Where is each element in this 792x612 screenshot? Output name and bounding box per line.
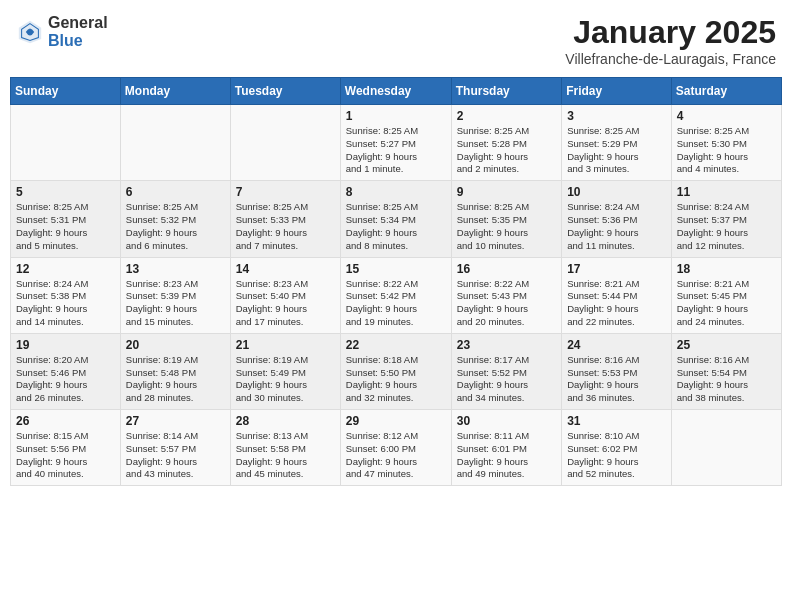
calendar-cell: 30Sunrise: 8:11 AM Sunset: 6:01 PM Dayli…	[451, 410, 561, 486]
calendar-header-thursday: Thursday	[451, 78, 561, 105]
day-info: Sunrise: 8:25 AM Sunset: 5:27 PM Dayligh…	[346, 125, 446, 176]
calendar-cell	[230, 105, 340, 181]
calendar-cell: 17Sunrise: 8:21 AM Sunset: 5:44 PM Dayli…	[562, 257, 672, 333]
calendar-cell: 15Sunrise: 8:22 AM Sunset: 5:42 PM Dayli…	[340, 257, 451, 333]
calendar-cell: 11Sunrise: 8:24 AM Sunset: 5:37 PM Dayli…	[671, 181, 781, 257]
day-info: Sunrise: 8:13 AM Sunset: 5:58 PM Dayligh…	[236, 430, 335, 481]
day-number: 9	[457, 185, 556, 199]
calendar-cell: 26Sunrise: 8:15 AM Sunset: 5:56 PM Dayli…	[11, 410, 121, 486]
calendar-cell: 14Sunrise: 8:23 AM Sunset: 5:40 PM Dayli…	[230, 257, 340, 333]
calendar-cell: 1Sunrise: 8:25 AM Sunset: 5:27 PM Daylig…	[340, 105, 451, 181]
day-number: 8	[346, 185, 446, 199]
calendar-cell	[120, 105, 230, 181]
day-info: Sunrise: 8:23 AM Sunset: 5:40 PM Dayligh…	[236, 278, 335, 329]
day-number: 24	[567, 338, 666, 352]
calendar-cell: 7Sunrise: 8:25 AM Sunset: 5:33 PM Daylig…	[230, 181, 340, 257]
day-info: Sunrise: 8:23 AM Sunset: 5:39 PM Dayligh…	[126, 278, 225, 329]
calendar-cell: 23Sunrise: 8:17 AM Sunset: 5:52 PM Dayli…	[451, 333, 561, 409]
calendar-week-row: 26Sunrise: 8:15 AM Sunset: 5:56 PM Dayli…	[11, 410, 782, 486]
calendar-week-row: 12Sunrise: 8:24 AM Sunset: 5:38 PM Dayli…	[11, 257, 782, 333]
day-number: 26	[16, 414, 115, 428]
calendar-cell: 4Sunrise: 8:25 AM Sunset: 5:30 PM Daylig…	[671, 105, 781, 181]
main-title: January 2025	[565, 14, 776, 51]
day-info: Sunrise: 8:11 AM Sunset: 6:01 PM Dayligh…	[457, 430, 556, 481]
day-number: 1	[346, 109, 446, 123]
day-info: Sunrise: 8:10 AM Sunset: 6:02 PM Dayligh…	[567, 430, 666, 481]
calendar-cell: 13Sunrise: 8:23 AM Sunset: 5:39 PM Dayli…	[120, 257, 230, 333]
calendar-cell: 9Sunrise: 8:25 AM Sunset: 5:35 PM Daylig…	[451, 181, 561, 257]
calendar-header-saturday: Saturday	[671, 78, 781, 105]
day-info: Sunrise: 8:16 AM Sunset: 5:54 PM Dayligh…	[677, 354, 776, 405]
day-info: Sunrise: 8:18 AM Sunset: 5:50 PM Dayligh…	[346, 354, 446, 405]
day-info: Sunrise: 8:25 AM Sunset: 5:31 PM Dayligh…	[16, 201, 115, 252]
calendar-cell: 31Sunrise: 8:10 AM Sunset: 6:02 PM Dayli…	[562, 410, 672, 486]
calendar-cell	[11, 105, 121, 181]
calendar-cell: 25Sunrise: 8:16 AM Sunset: 5:54 PM Dayli…	[671, 333, 781, 409]
day-info: Sunrise: 8:24 AM Sunset: 5:38 PM Dayligh…	[16, 278, 115, 329]
day-info: Sunrise: 8:12 AM Sunset: 6:00 PM Dayligh…	[346, 430, 446, 481]
calendar-cell: 10Sunrise: 8:24 AM Sunset: 5:36 PM Dayli…	[562, 181, 672, 257]
day-number: 31	[567, 414, 666, 428]
logo-blue-text: Blue	[48, 32, 108, 50]
day-info: Sunrise: 8:14 AM Sunset: 5:57 PM Dayligh…	[126, 430, 225, 481]
day-number: 30	[457, 414, 556, 428]
day-info: Sunrise: 8:25 AM Sunset: 5:34 PM Dayligh…	[346, 201, 446, 252]
day-number: 10	[567, 185, 666, 199]
day-number: 23	[457, 338, 556, 352]
day-number: 29	[346, 414, 446, 428]
day-info: Sunrise: 8:19 AM Sunset: 5:49 PM Dayligh…	[236, 354, 335, 405]
day-number: 17	[567, 262, 666, 276]
day-number: 20	[126, 338, 225, 352]
day-number: 27	[126, 414, 225, 428]
title-block: January 2025 Villefranche-de-Lauragais, …	[565, 14, 776, 67]
calendar-cell: 3Sunrise: 8:25 AM Sunset: 5:29 PM Daylig…	[562, 105, 672, 181]
calendar-header-wednesday: Wednesday	[340, 78, 451, 105]
day-number: 15	[346, 262, 446, 276]
calendar-header-tuesday: Tuesday	[230, 78, 340, 105]
page-header: General Blue January 2025 Villefranche-d…	[10, 10, 782, 71]
day-number: 7	[236, 185, 335, 199]
calendar-cell: 21Sunrise: 8:19 AM Sunset: 5:49 PM Dayli…	[230, 333, 340, 409]
calendar-cell: 2Sunrise: 8:25 AM Sunset: 5:28 PM Daylig…	[451, 105, 561, 181]
calendar-cell: 28Sunrise: 8:13 AM Sunset: 5:58 PM Dayli…	[230, 410, 340, 486]
day-number: 3	[567, 109, 666, 123]
day-number: 13	[126, 262, 225, 276]
day-info: Sunrise: 8:25 AM Sunset: 5:33 PM Dayligh…	[236, 201, 335, 252]
day-number: 6	[126, 185, 225, 199]
day-info: Sunrise: 8:24 AM Sunset: 5:37 PM Dayligh…	[677, 201, 776, 252]
day-info: Sunrise: 8:25 AM Sunset: 5:29 PM Dayligh…	[567, 125, 666, 176]
day-number: 12	[16, 262, 115, 276]
calendar-cell	[671, 410, 781, 486]
calendar-cell: 18Sunrise: 8:21 AM Sunset: 5:45 PM Dayli…	[671, 257, 781, 333]
calendar-week-row: 19Sunrise: 8:20 AM Sunset: 5:46 PM Dayli…	[11, 333, 782, 409]
calendar-week-row: 5Sunrise: 8:25 AM Sunset: 5:31 PM Daylig…	[11, 181, 782, 257]
calendar-cell: 19Sunrise: 8:20 AM Sunset: 5:46 PM Dayli…	[11, 333, 121, 409]
day-info: Sunrise: 8:21 AM Sunset: 5:44 PM Dayligh…	[567, 278, 666, 329]
logo-general-text: General	[48, 14, 108, 32]
day-info: Sunrise: 8:25 AM Sunset: 5:35 PM Dayligh…	[457, 201, 556, 252]
day-number: 4	[677, 109, 776, 123]
day-info: Sunrise: 8:15 AM Sunset: 5:56 PM Dayligh…	[16, 430, 115, 481]
day-number: 28	[236, 414, 335, 428]
calendar-cell: 22Sunrise: 8:18 AM Sunset: 5:50 PM Dayli…	[340, 333, 451, 409]
day-info: Sunrise: 8:22 AM Sunset: 5:42 PM Dayligh…	[346, 278, 446, 329]
day-number: 5	[16, 185, 115, 199]
calendar-header-sunday: Sunday	[11, 78, 121, 105]
logo: General Blue	[16, 14, 108, 49]
calendar-cell: 12Sunrise: 8:24 AM Sunset: 5:38 PM Dayli…	[11, 257, 121, 333]
location-subtitle: Villefranche-de-Lauragais, France	[565, 51, 776, 67]
calendar-cell: 24Sunrise: 8:16 AM Sunset: 5:53 PM Dayli…	[562, 333, 672, 409]
calendar-cell: 16Sunrise: 8:22 AM Sunset: 5:43 PM Dayli…	[451, 257, 561, 333]
calendar-header-friday: Friday	[562, 78, 672, 105]
calendar-week-row: 1Sunrise: 8:25 AM Sunset: 5:27 PM Daylig…	[11, 105, 782, 181]
day-number: 11	[677, 185, 776, 199]
calendar-table: SundayMondayTuesdayWednesdayThursdayFrid…	[10, 77, 782, 486]
day-info: Sunrise: 8:21 AM Sunset: 5:45 PM Dayligh…	[677, 278, 776, 329]
day-info: Sunrise: 8:19 AM Sunset: 5:48 PM Dayligh…	[126, 354, 225, 405]
day-info: Sunrise: 8:22 AM Sunset: 5:43 PM Dayligh…	[457, 278, 556, 329]
calendar-cell: 5Sunrise: 8:25 AM Sunset: 5:31 PM Daylig…	[11, 181, 121, 257]
day-info: Sunrise: 8:25 AM Sunset: 5:32 PM Dayligh…	[126, 201, 225, 252]
calendar-cell: 8Sunrise: 8:25 AM Sunset: 5:34 PM Daylig…	[340, 181, 451, 257]
logo-text: General Blue	[48, 14, 108, 49]
day-number: 2	[457, 109, 556, 123]
